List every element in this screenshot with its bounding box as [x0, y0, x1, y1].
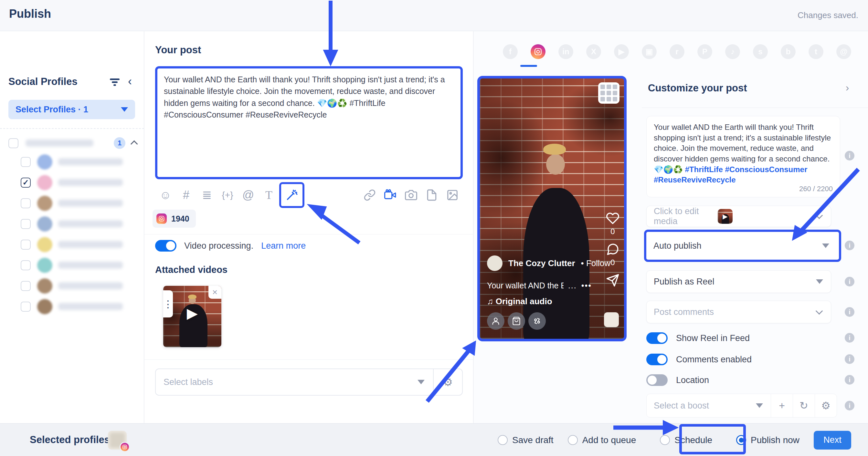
select-profiles-dropdown[interactable]: Select Profiles · 1 — [8, 100, 135, 119]
learn-more-link[interactable]: Learn more — [261, 241, 306, 251]
location-toggle[interactable] — [646, 374, 668, 386]
profile-checkbox[interactable]: ✓ — [21, 281, 31, 291]
play-icon[interactable]: ▶ — [187, 304, 198, 321]
reel-action-rail: 0 0 — [606, 211, 619, 287]
profile-checkbox[interactable]: ✓ — [21, 219, 31, 229]
likes-count: 0 — [611, 227, 615, 236]
group-name-blurred — [26, 139, 93, 146]
select-labels-dropdown[interactable]: Select labels ⚙ — [155, 368, 463, 396]
grid-view-icon[interactable] — [598, 83, 619, 104]
mention-icon[interactable]: @ — [238, 185, 258, 205]
caption-textarea-highlight: Your wallet AND the Earth will thank you… — [155, 66, 463, 179]
shopping-bag-icon — [508, 312, 525, 330]
remove-video-icon[interactable]: × — [209, 286, 221, 299]
tab-linkedin-icon[interactable]: in — [558, 44, 573, 59]
tab-tiktok-icon[interactable]: ♪ — [725, 44, 740, 59]
top-header: Publish Changes saved. — [0, 0, 868, 31]
divider — [145, 359, 473, 360]
add-boost-icon[interactable]: + — [771, 394, 793, 418]
selected-profile-avatar[interactable] — [108, 431, 127, 450]
profile-checkbox[interactable]: ✓ — [21, 260, 31, 270]
add-to-queue-option[interactable]: Add to queue — [568, 435, 636, 445]
group-checkbox[interactable]: ✓ — [8, 138, 19, 148]
select-boost-placeholder[interactable]: Select a boost — [647, 401, 756, 411]
document-icon[interactable] — [422, 185, 442, 205]
profile-checkbox[interactable]: ✓ — [21, 240, 31, 250]
profile-row[interactable]: ✓ — [21, 193, 140, 214]
schedule-option[interactable]: Schedule — [660, 435, 712, 445]
save-draft-label: Save draft — [512, 435, 554, 445]
tab-instagram-icon[interactable] — [531, 44, 546, 59]
video-processing-toggle[interactable] — [155, 240, 177, 252]
tab-snapchat-icon[interactable]: s — [753, 44, 768, 59]
auto-publish-dropdown-highlight[interactable]: Auto publish — [644, 230, 841, 262]
profile-checkbox[interactable]: ✓ — [21, 177, 31, 188]
boost-settings-gear-icon[interactable]: ⚙ — [815, 394, 837, 418]
play-icon: ▶ — [718, 209, 733, 224]
snippet-icon[interactable]: ≣ — [196, 185, 217, 205]
edit-media-dropdown[interactable]: Click to edit media ▶ — [646, 206, 831, 227]
caption-textarea[interactable]: Your wallet AND the Earth will thank you… — [157, 68, 461, 126]
tab-bluesky-icon[interactable]: b — [781, 44, 796, 59]
tab-x-icon[interactable]: X — [586, 44, 601, 59]
show-reel-in-feed-toggle[interactable] — [646, 332, 668, 344]
profile-row[interactable]: ✓ — [21, 296, 140, 317]
labels-settings-gear-icon[interactable]: ⚙ — [434, 376, 462, 389]
profile-checkbox[interactable]: ✓ — [21, 198, 31, 208]
attached-video-thumbnail[interactable]: ▶ × ⋮ — [163, 286, 221, 347]
customized-caption-box[interactable]: Your wallet AND the Earth will thank you… — [646, 116, 840, 197]
chevron-up-icon[interactable] — [130, 140, 138, 148]
profile-row[interactable]: ✓ — [21, 214, 140, 234]
profile-row[interactable]: ✓ — [21, 255, 140, 275]
profile-checkbox[interactable]: ✓ — [21, 157, 31, 167]
tab-youtube-icon[interactable]: ▶ — [614, 44, 629, 59]
profile-row[interactable]: ✓ — [21, 234, 140, 255]
tab-reddit-icon[interactable]: r — [670, 44, 684, 59]
post-comments-dropdown[interactable]: Post comments — [646, 301, 831, 323]
media-thumbnail[interactable]: ▶ — [718, 209, 733, 224]
profile-group-row[interactable]: ✓ 1 — [8, 136, 138, 150]
avatar — [37, 196, 52, 211]
video-icon[interactable] — [380, 185, 401, 205]
tab-pinterest-icon[interactable]: P — [698, 44, 712, 59]
profile-row[interactable]: ✓ — [21, 152, 140, 172]
refresh-boost-icon[interactable]: ↻ — [793, 394, 815, 418]
camera-icon[interactable] — [401, 185, 422, 205]
profile-row[interactable]: ✓ — [21, 172, 140, 193]
drag-handle-icon[interactable]: ⋮ — [163, 290, 173, 318]
media-library-icon[interactable] — [442, 185, 463, 205]
divider — [642, 107, 868, 108]
link-icon[interactable] — [359, 185, 380, 205]
ai-wand-icon-highlight[interactable] — [279, 182, 304, 208]
variable-icon[interactable]: {+} — [217, 185, 238, 205]
save-draft-radio[interactable] — [498, 435, 508, 445]
next-button[interactable]: Next — [814, 431, 851, 450]
tab-google-business-icon[interactable]: ▣ — [642, 44, 657, 59]
comments-enabled-toggle[interactable] — [646, 354, 668, 365]
hashtag-icon[interactable]: # — [176, 185, 196, 205]
edit-media-label: Click to edit media — [647, 206, 718, 226]
publish-now-radio[interactable] — [736, 435, 746, 445]
emoji-icon[interactable]: ☺ — [155, 185, 176, 205]
more-menu-icon[interactable]: ••• — [581, 281, 592, 290]
profile-row[interactable]: ✓ — [21, 275, 140, 296]
tab-tumblr-icon[interactable]: t — [809, 44, 824, 59]
caption-ellipsis[interactable]: ... — [568, 281, 577, 290]
schedule-radio[interactable] — [660, 435, 670, 445]
customize-title: Customize your post — [648, 83, 747, 94]
tab-facebook-icon[interactable]: f — [503, 44, 518, 59]
text-format-icon[interactable]: T — [258, 185, 279, 205]
save-draft-option[interactable]: Save draft — [498, 435, 554, 445]
collapse-customize-icon[interactable]: › — [840, 80, 855, 95]
tab-threads-icon[interactable]: @ — [836, 44, 851, 59]
follow-button[interactable]: • Follow — [581, 258, 611, 268]
show-reel-in-feed-row: Show Reel in Feed — [646, 332, 750, 344]
collapse-sidebar-icon[interactable]: ‹ — [128, 75, 132, 88]
publish-now-option[interactable]: Publish now — [736, 435, 800, 445]
filter-icon[interactable] — [109, 78, 120, 87]
add-to-queue-radio[interactable] — [568, 435, 578, 445]
profile-checkbox[interactable]: ✓ — [21, 302, 31, 312]
instagram-char-count: 1940 — [153, 209, 196, 228]
selected-profiles-label: Selected profiles — [30, 434, 110, 446]
publish-as-reel-dropdown[interactable]: Publish as Reel — [646, 270, 831, 293]
